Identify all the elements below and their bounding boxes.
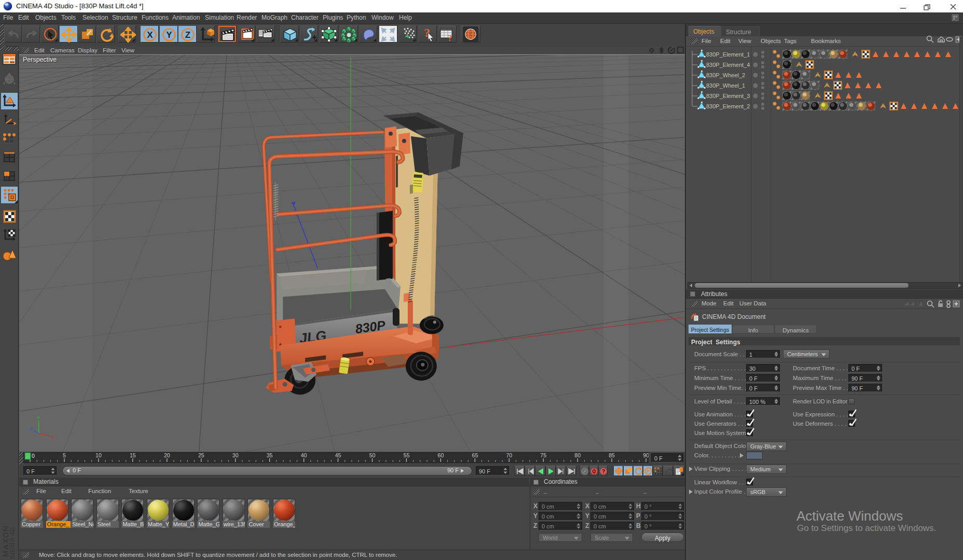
svg-text:Y: Y [37,415,40,421]
svg-text:830P_Element_2: 830P_Element_2 [706,103,750,109]
svg-text:10: 10 [95,452,102,458]
svg-text:?: ? [602,469,605,474]
svg-text:X: X [147,30,153,40]
svg-text:25: 25 [198,452,204,458]
svg-text:830P_Wheel_1: 830P_Wheel_1 [706,82,745,89]
svg-text:60: 60 [438,452,444,458]
svg-text:Y: Y [166,30,172,40]
svg-text:45: 45 [335,452,341,458]
svg-text:70: 70 [506,452,512,458]
svg-text:830P_Wheel_2: 830P_Wheel_2 [706,72,745,78]
svg-text:Z: Z [30,426,33,431]
svg-text:80: 80 [574,452,581,458]
svg-text:65: 65 [472,452,478,458]
svg-text:Z: Z [185,30,190,40]
svg-text:30: 30 [232,452,239,458]
svg-text:?: ? [448,33,452,43]
svg-text:35: 35 [267,452,273,458]
svg-text:X: X [51,434,55,440]
svg-text:50: 50 [369,452,376,458]
svg-text:55: 55 [404,452,410,458]
svg-text:0: 0 [32,453,35,459]
svg-text:830P_Element_4: 830P_Element_4 [706,62,750,68]
svg-text:85: 85 [609,452,615,458]
svg-text:15: 15 [130,452,136,458]
svg-text:P: P [646,469,650,474]
svg-text:5: 5 [63,452,66,458]
svg-text:40: 40 [301,452,307,458]
svg-text:830P_Element_1: 830P_Element_1 [706,51,750,58]
svg-text:90: 90 [643,452,649,458]
svg-text:830P_Element_3: 830P_Element_3 [706,93,750,99]
svg-text:75: 75 [540,452,546,458]
svg-text:20: 20 [164,452,170,458]
